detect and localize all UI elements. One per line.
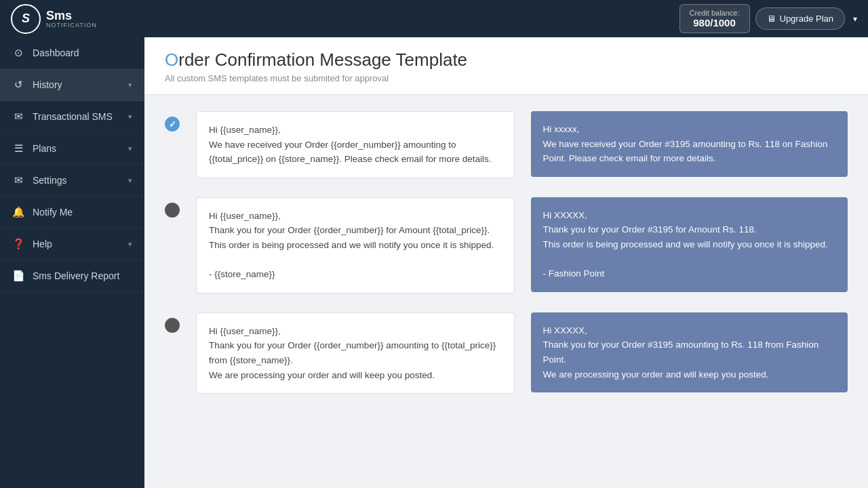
sidebar-label-notify-me: Notify Me <box>33 207 73 218</box>
sidebar-label-help: Help <box>33 239 52 249</box>
template-text-1: Hi {{user_name}},We have received your O… <box>209 125 492 164</box>
radio-col-2 <box>165 197 180 218</box>
upgrade-icon: 🖥 <box>767 14 776 24</box>
logo-area: S Sms NOTIFICATION <box>11 4 97 34</box>
sidebar-label-history: History <box>33 79 62 90</box>
radio-col-1 <box>165 111 180 131</box>
plans-arrow-icon: ▾ <box>128 144 132 153</box>
sidebar-label-sms-delivery-report: Sms Delivery Report <box>33 270 119 281</box>
notify-icon: 🔔 <box>12 206 24 218</box>
main-layout: ⊙ Dashboard ↺ History ▾ ✉ Transactional … <box>0 37 868 488</box>
sidebar-item-help[interactable]: ❓ Help ▾ <box>0 228 144 260</box>
template-row-3: Hi {{user_name}},Thank you for your Orde… <box>165 312 848 394</box>
credit-label: Credit balance: <box>690 9 740 17</box>
sidebar-item-history[interactable]: ↺ History ▾ <box>0 69 144 101</box>
transactional-arrow-icon: ▾ <box>128 113 132 121</box>
logo-name: Sms <box>46 9 97 22</box>
radio-col-3 <box>165 312 180 333</box>
preview-text-2: Hi XXXXX,Thank you for your Order #3195 … <box>543 210 828 279</box>
upgrade-plan-button[interactable]: 🖥 Upgrade Plan <box>755 7 846 30</box>
template-row-1: Hi {{user_name}},We have received your O… <box>165 111 848 178</box>
logo-subtitle: NOTIFICATION <box>46 22 97 28</box>
sidebar-label-dashboard: Dashboard <box>33 47 79 58</box>
preview-box-3: Hi XXXXX,Thank you for your Order #3195 … <box>531 312 848 392</box>
page-header: Order Confirmation Message Template All … <box>144 37 868 95</box>
sidebar: ⊙ Dashboard ↺ History ▾ ✉ Transactional … <box>0 37 144 488</box>
settings-icon: ✉ <box>12 174 24 186</box>
sidebar-item-sms-delivery-report[interactable]: 📄 Sms Delivery Report <box>0 260 144 292</box>
template-box-3[interactable]: Hi {{user_name}},Thank you for your Orde… <box>196 312 515 394</box>
logo-icon: S <box>11 4 41 34</box>
sidebar-label-transactional-sms: Transactional SMS <box>33 111 113 122</box>
preview-box-1: Hi xxxxx,We have received your Order #31… <box>531 111 848 177</box>
page-title-first: O <box>165 49 178 70</box>
radio-button-1[interactable] <box>165 117 180 131</box>
preview-text-1: Hi xxxxx,We have received your Order #31… <box>543 124 828 163</box>
templates-container: Hi {{user_name}},We have received your O… <box>144 95 868 429</box>
header-chevron-icon[interactable]: ▾ <box>853 14 857 24</box>
history-icon: ↺ <box>12 79 24 91</box>
template-box-2[interactable]: Hi {{user_name}},Thank you for your Orde… <box>196 197 515 293</box>
transactional-sms-icon: ✉ <box>12 110 24 123</box>
delivery-report-icon: 📄 <box>12 270 24 282</box>
dashboard-icon: ⊙ <box>12 47 24 59</box>
template-text-3: Hi {{user_name}},Thank you for your Orde… <box>209 326 496 380</box>
help-icon: ❓ <box>12 238 24 250</box>
sidebar-item-settings[interactable]: ✉ Settings ▾ <box>0 165 144 197</box>
sidebar-item-notify-me[interactable]: 🔔 Notify Me <box>0 197 144 228</box>
header-right: Credit balance: 980/1000 🖥 Upgrade Plan … <box>679 4 858 33</box>
page-title: Order Confirmation Message Template <box>165 49 848 70</box>
history-arrow-icon: ▾ <box>128 81 132 89</box>
credit-balance-display: Credit balance: 980/1000 <box>679 4 750 33</box>
template-box-1[interactable]: Hi {{user_name}},We have received your O… <box>196 111 515 178</box>
upgrade-label: Upgrade Plan <box>780 14 834 24</box>
preview-box-2: Hi XXXXX,Thank you for your Order #3195 … <box>531 197 848 292</box>
sidebar-item-dashboard[interactable]: ⊙ Dashboard <box>0 37 144 69</box>
plans-icon: ☰ <box>12 142 24 155</box>
help-arrow-icon: ▾ <box>128 240 132 249</box>
template-row-2: Hi {{user_name}},Thank you for your Orde… <box>165 197 848 293</box>
top-header: S Sms NOTIFICATION Credit balance: 980/1… <box>0 0 868 37</box>
radio-button-3[interactable] <box>165 318 180 333</box>
sidebar-item-transactional-sms[interactable]: ✉ Transactional SMS ▾ <box>0 101 144 133</box>
sidebar-item-plans[interactable]: ☰ Plans ▾ <box>0 133 144 165</box>
page-title-rest: rder Confirmation Message Template <box>178 49 467 70</box>
radio-button-2[interactable] <box>165 203 180 218</box>
credit-value: 980/1000 <box>690 17 740 28</box>
sidebar-label-settings: Settings <box>33 175 67 186</box>
preview-text-3: Hi XXXXX,Thank you for your Order #3195 … <box>543 325 819 380</box>
template-text-2: Hi {{user_name}},Thank you for your Orde… <box>209 211 494 279</box>
main-content: Order Confirmation Message Template All … <box>144 37 868 488</box>
logo-text-block: Sms NOTIFICATION <box>46 9 97 28</box>
sidebar-label-plans: Plans <box>33 143 56 154</box>
page-subtitle: All custom SMS templates must be submite… <box>165 73 848 83</box>
settings-arrow-icon: ▾ <box>128 176 132 185</box>
